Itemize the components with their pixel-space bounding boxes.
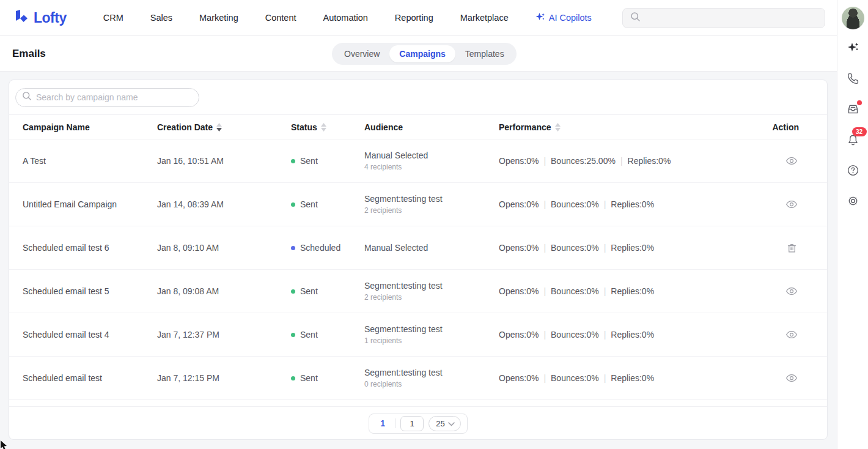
audience-cell: Manual Selected4 recipients [364,150,499,171]
audience-recipients: 2 recipients [364,206,499,215]
creation-date: Jan 7, 12:15 PM [157,373,291,383]
performance-cell: Opens:0%|Bounces:0%|Replies:0% [499,286,761,296]
campaign-name[interactable]: Scheduled email test 6 [23,243,157,253]
delete-campaign-icon[interactable] [784,240,799,255]
campaign-name[interactable]: A Test [23,156,157,166]
bell-icon[interactable]: 32 [846,132,861,147]
view-campaign-icon[interactable] [784,371,799,385]
nav-item-sales[interactable]: Sales [150,13,172,23]
status-cell: Sent [291,156,364,166]
audience-type: Manual Selected [364,243,499,253]
audience-cell: Manual Selected [364,243,499,253]
table-footer-spacer [9,400,827,407]
campaign-name[interactable]: Scheduled email test [23,373,157,383]
performance-cell: Opens:0%|Bounces:0%|Replies:0% [499,330,761,340]
table-row: A Test Jan 16, 10:51 AM Sent Manual Sele… [9,139,827,183]
ai-sparkle-icon[interactable] [846,40,861,55]
audience-type: Segment:testing test [364,368,499,377]
status-label: Sent [300,330,318,340]
bounces-stat: Bounces:0% [551,243,599,253]
tab-templates[interactable]: Templates [455,45,514,62]
view-campaign-icon[interactable] [784,154,799,168]
status-cell: Sent [291,199,364,209]
campaigns-panel: Campaign Name Creation Date Status Audie… [9,80,828,440]
table-row: Scheduled email test 6 Jan 8, 09:10 AM S… [9,226,827,270]
campaign-name[interactable]: Scheduled email test 4 [23,330,157,340]
right-sidebar: 32 [837,0,868,449]
audience-recipients: 2 recipients [364,293,499,302]
inbox-icon[interactable] [846,102,861,116]
view-campaign-icon[interactable] [784,327,799,342]
campaign-search-input[interactable] [36,92,183,102]
column-audience: Audience [364,122,499,132]
main-nav: CRM Sales Marketing Content Automation R… [103,12,592,24]
user-avatar[interactable] [842,7,864,29]
nav-item-ai-copilots[interactable]: AI Copilots [535,12,592,24]
settings-gear-icon[interactable] [846,193,861,208]
column-performance: Performance [499,122,761,132]
tab-overview[interactable]: Overview [334,45,389,62]
column-status: Status [291,122,364,132]
phone-icon[interactable] [846,71,861,86]
nav-item-crm[interactable]: CRM [103,13,123,23]
campaign-search[interactable] [15,88,199,107]
status-dot [291,333,295,337]
status-dot [291,159,295,163]
performance-cell: Opens:0%|Bounces:25.00%|Replies:0% [499,156,761,166]
lofty-logo-text: Lofty [34,10,67,26]
global-search[interactable] [622,8,825,28]
page-title: Emails [12,48,46,60]
nav-item-reporting[interactable]: Reporting [395,13,433,23]
global-search-input[interactable] [645,13,804,23]
pager-divider [395,418,395,428]
help-icon[interactable] [846,163,861,177]
audience-recipients: 4 recipients [364,163,499,171]
pager: 1 25 [369,414,467,434]
nav-item-marketplace[interactable]: Marketplace [460,13,509,23]
tab-campaigns[interactable]: Campaigns [389,45,455,62]
audience-recipients: 0 recipients [364,380,499,388]
performance-cell: Opens:0%|Bounces:0%|Replies:0% [499,199,761,209]
nav-item-marketing[interactable]: Marketing [199,13,238,23]
sort-creation-date-icon[interactable] [216,123,222,132]
campaign-name[interactable]: Untitled Email Campaign [23,199,157,209]
lofty-logo-icon [13,9,29,27]
status-cell: Sent [291,373,364,383]
view-campaign-icon[interactable] [784,197,799,212]
nav-item-content[interactable]: Content [265,13,296,23]
mouse-cursor [0,440,9,449]
audience-type: Segment:testing test [364,324,499,334]
audience-cell: Segment:testing test1 recipients [364,324,499,345]
top-navigation-bar: Lofty CRM Sales Marketing Content Automa… [0,0,837,36]
creation-date: Jan 7, 12:37 PM [157,330,291,340]
opens-stat: Opens:0% [499,156,539,166]
table-header-row: Campaign Name Creation Date Status Audie… [9,114,827,139]
nav-item-automation[interactable]: Automation [323,13,368,23]
page-size-select[interactable]: 25 [428,416,460,431]
status-label: Sent [300,373,318,383]
bounces-stat: Bounces:0% [551,373,599,383]
table-row: Scheduled email test Jan 7, 12:15 PM Sen… [9,357,827,400]
campaign-name[interactable]: Scheduled email test 5 [23,286,157,296]
lofty-logo[interactable]: Lofty [13,9,67,27]
status-label: Sent [300,199,318,209]
search-icon [22,91,32,103]
replies-stat: Replies:0% [611,286,654,296]
view-campaign-icon[interactable] [784,284,799,299]
search-icon [630,12,641,24]
page-number-button[interactable]: 1 [375,418,390,428]
table-row: Scheduled email test 5 Jan 8, 09:08 AM S… [9,270,827,313]
sort-status-icon[interactable] [321,123,326,132]
replies-stat: Replies:0% [611,199,654,209]
page-header: Emails Overview Campaigns Templates [0,36,837,72]
creation-date: Jan 14, 08:39 AM [157,199,291,209]
performance-cell: Opens:0%|Bounces:0%|Replies:0% [499,373,761,383]
status-dot [291,289,295,294]
creation-date: Jan 8, 09:10 AM [157,243,291,253]
page-input[interactable] [400,416,424,431]
sort-performance-icon[interactable] [555,123,561,132]
audience-cell: Segment:testing test0 recipients [364,368,499,388]
column-campaign-name: Campaign Name [23,122,157,132]
replies-stat: Replies:0% [611,243,654,253]
opens-stat: Opens:0% [499,286,539,296]
